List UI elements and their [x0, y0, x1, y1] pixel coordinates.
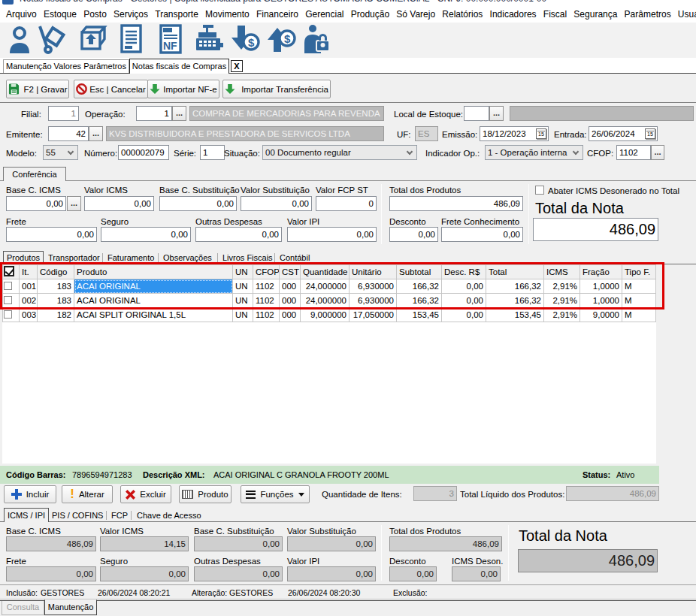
outras-despesas-label: Outras Despesas: [195, 217, 262, 226]
operacao-browse-button[interactable]: ...: [172, 106, 186, 121]
cancel-button[interactable]: Esc | Cancelar: [74, 80, 148, 98]
base-subst-field[interactable]: 0,00: [159, 196, 237, 211]
total-liquido-field: 486,09: [566, 486, 659, 501]
menu-movimento[interactable]: Movimento: [205, 6, 250, 23]
menu-producao[interactable]: Produção: [351, 6, 389, 23]
menu-financeiro[interactable]: Financeiro: [256, 6, 298, 23]
frete-conhecimento-field[interactable]: 0,00: [441, 227, 523, 242]
emitente-field[interactable]: 42: [48, 126, 89, 141]
icms-base-label: Base C. ICMS: [6, 527, 61, 536]
menu-seguranca[interactable]: Segurança: [573, 6, 617, 23]
menu-servicos[interactable]: Serviços: [113, 6, 148, 23]
tab-conferencia[interactable]: Conferência: [3, 167, 66, 181]
tab-icms-ipi[interactable]: ICMS / IPI: [4, 508, 49, 522]
indicador-select[interactable]: 1 - Operação interna: [485, 145, 583, 160]
document-icon[interactable]: [116, 23, 146, 55]
menu-fiscal[interactable]: Fiscal: [543, 6, 567, 23]
valor-icms-field[interactable]: 0,00: [84, 196, 154, 211]
user-lock-icon[interactable]: [301, 23, 331, 55]
situacao-select[interactable]: 00 Documento regular: [262, 145, 417, 160]
tab-observacoes[interactable]: Observações: [163, 253, 218, 262]
menu-arquivo[interactable]: Arquivo: [6, 6, 37, 23]
funcoes-label: Funções: [260, 490, 293, 499]
table-row[interactable]: 003 182 ACAI SPLIT ORIGINAL 1,5L UN 1102…: [3, 308, 656, 322]
cfop-browse-button[interactable]: ...: [651, 145, 664, 160]
package-icon[interactable]: [77, 23, 107, 55]
cfop-label: CFOP:: [587, 149, 613, 158]
tab-transportador[interactable]: Transportador: [48, 253, 103, 262]
status-value: Ativo: [616, 470, 634, 479]
emissao-field[interactable]: 18/12/2023 15: [480, 126, 549, 141]
desconto-field[interactable]: 0,00: [389, 227, 438, 242]
incluir-button[interactable]: Incluir: [4, 485, 56, 503]
filial-field[interactable]: 1: [48, 106, 79, 121]
nf-document-icon[interactable]: NF: [155, 23, 185, 55]
qtd-itens-field: 3: [413, 486, 457, 501]
modelo-select[interactable]: 55: [43, 145, 78, 160]
alterar-button[interactable]: ! Alterar: [62, 485, 113, 503]
user-icon[interactable]: [5, 23, 35, 55]
menu-gerencial[interactable]: Gerencial: [305, 6, 343, 23]
import-nfe-label: Importar NF-e: [163, 85, 217, 94]
frete-field[interactable]: 0,00: [6, 227, 97, 242]
tab-fcp[interactable]: FCP: [111, 511, 132, 520]
menu-usuarios[interactable]: Usuários: [678, 6, 696, 23]
cash-register-icon[interactable]: [192, 23, 222, 55]
calendar-icon[interactable]: 15: [536, 128, 546, 139]
seguro-field[interactable]: 0,00: [101, 227, 191, 242]
save-label: F2 | Gravar: [24, 85, 68, 94]
tab-manutencao-valores-parametros[interactable]: Manutenção Valores Parâmetros: [3, 59, 129, 73]
menu-estoque[interactable]: Estoque: [44, 6, 77, 23]
save-button[interactable]: F2 | Gravar: [6, 80, 69, 98]
app-icon: [2, 0, 14, 5]
tab-contabil[interactable]: Contábil: [280, 253, 310, 262]
menu-transporte[interactable]: Transporte: [155, 6, 198, 23]
serie-field[interactable]: 1: [200, 145, 225, 160]
numero-field[interactable]: 000002079: [118, 145, 169, 160]
valor-ipi-field[interactable]: 0,00: [287, 227, 377, 242]
tab-manutencao[interactable]: Manutenção: [44, 599, 97, 615]
emitente-browse-button[interactable]: ...: [89, 126, 103, 141]
valor-subst-field[interactable]: 0,00: [241, 196, 312, 211]
menu-parametros[interactable]: Parâmetros: [625, 6, 671, 23]
hand-truck-icon[interactable]: [36, 23, 66, 55]
tab-pis-cofins[interactable]: PIS / COFINS: [52, 511, 107, 520]
entrada-field[interactable]: 26/06/2024 15: [589, 126, 658, 141]
cfop-field[interactable]: 1102: [616, 145, 651, 160]
tab-livros-fiscais[interactable]: Livros Fiscais: [222, 253, 275, 262]
inclusao-label: Inclusão:: [6, 588, 38, 597]
outras-despesas-field[interactable]: 0,00: [195, 227, 282, 242]
funcoes-button[interactable]: Funções: [241, 485, 310, 503]
menu-icon: [246, 491, 256, 499]
money-in-icon[interactable]: $: [228, 23, 259, 55]
produto-button[interactable]: Produto: [179, 485, 231, 503]
menu-so-varejo[interactable]: Só Varejo: [396, 6, 435, 23]
money-out-icon[interactable]: $: [265, 23, 295, 55]
tab-notas-fiscais-de-compras[interactable]: Notas fiscais de Compras: [129, 59, 229, 74]
uf-field: ES: [415, 126, 438, 141]
tab-chave-acesso[interactable]: Chave de Acesso: [137, 511, 201, 520]
svg-text:NF: NF: [163, 40, 177, 52]
row-checkbox[interactable]: [4, 310, 12, 319]
operacao-field[interactable]: 1: [136, 106, 172, 121]
total-produtos-field[interactable]: 486,09: [389, 196, 523, 211]
menu-relatorios[interactable]: Relatórios: [442, 6, 483, 23]
import-transfer-button[interactable]: Importar Transferência: [222, 80, 331, 98]
base-icms-field[interactable]: 0,00: [6, 196, 66, 211]
base-icms-browse-button[interactable]: ...: [67, 196, 81, 211]
abater-icms-checkbox[interactable]: [535, 186, 544, 195]
menu-indicadores[interactable]: Indicadores: [490, 6, 537, 23]
icms-seguro-label: Seguro: [100, 557, 128, 566]
menu-posto[interactable]: Posto: [83, 6, 107, 23]
tab-close-button[interactable]: X: [231, 60, 243, 72]
valor-fcp-field[interactable]: 0: [316, 196, 377, 211]
local-estoque-browse-button[interactable]: ...: [489, 106, 504, 121]
tab-faturamento[interactable]: Faturamento: [107, 253, 159, 262]
tab-consulta[interactable]: Consulta: [2, 601, 44, 615]
import-nfe-button[interactable]: Importar NF-e: [147, 80, 219, 98]
icms-deson-label: ICMS Deson.: [452, 557, 503, 566]
excluir-button[interactable]: Excluir: [120, 485, 171, 503]
svg-text:$: $: [284, 32, 291, 45]
calendar-icon[interactable]: 15: [645, 128, 655, 139]
local-estoque-field[interactable]: [464, 106, 489, 121]
